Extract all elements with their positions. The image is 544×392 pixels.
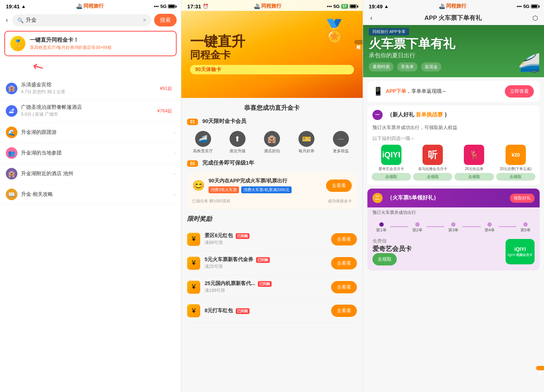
iqiyi-free-label: 免费领 <box>372 238 412 244</box>
progress-label-4: 第4单 <box>485 227 495 233</box>
gift-btn-ximalaya[interactable]: 去领取 <box>413 173 452 181</box>
progress-dot-2 <box>415 222 420 227</box>
section2-receive-button[interactable]: 领取好礼 <box>510 194 535 203</box>
promo-button[interactable]: 立即查看 <box>505 85 534 98</box>
search-input-wrap: 🔍 × <box>12 14 151 26</box>
task-tag-2: 消费火车票/机票满2000元 <box>241 186 292 193</box>
deer-logo: 🦌 <box>464 145 484 165</box>
reward-go-button-4[interactable]: 去看看 <box>331 305 357 317</box>
banner-tag-2: 享免单 <box>397 62 417 71</box>
list-item[interactable]: 🏨 升金湖附近的酒店 池州 › <box>0 164 181 184</box>
list-item[interactable]: 🌊 升金湖的跟团游 › <box>0 122 181 143</box>
train-illustration: 🚄 <box>518 53 540 74</box>
progress-step-1: 第1单 <box>372 222 391 233</box>
ximalaya-logo: 听 <box>423 145 443 165</box>
search-input[interactable] <box>26 17 141 23</box>
section2-header: 二 ｛火车票5单领好礼｝ 领取好礼 <box>367 189 540 207</box>
time-3: 19:49 <box>369 3 383 9</box>
my-prize-button[interactable]: 我的奖品 <box>536 366 544 370</box>
chevron-icon-3: › <box>174 129 176 135</box>
benefit-icon-upgrade: ⬆ <box>230 131 246 147</box>
list-item[interactable]: 📖 升金·相关攻略 › <box>0 184 181 205</box>
progress-dot-5 <box>523 222 528 227</box>
progress-dot-1 <box>379 222 384 227</box>
iqiyi-get-button[interactable]: 去领取 <box>372 253 397 265</box>
page-title: APP 火车票下单有礼 <box>378 14 528 22</box>
section-second-gift: 二 ｛火车票5单领好礼｝ 领取好礼 预订火车票并成功出行 第1单 第2单 第3单 <box>367 189 540 271</box>
search-submit-button[interactable]: 搜索 <box>154 14 177 26</box>
progress-line-2 <box>426 226 445 227</box>
reward-name-1: 景区6元红包 已到账 <box>205 232 326 239</box>
highlight-card[interactable]: 🥇 一键直升同程金卡！ 享高铁贵宾厅/每月好券/9折酒店等30+特权 <box>4 31 177 56</box>
task-status-2: 成功保级金卡 <box>328 198 352 204</box>
card-title: 一键直升同程金卡！ <box>30 37 171 44</box>
benefit-label-upgrade: 座次升级 <box>230 148 246 154</box>
gift-btn-deer[interactable]: 去领取 <box>454 173 494 181</box>
item-content-3: 升金湖的跟团游 <box>21 129 174 136</box>
progress-step-4: 第4单 <box>481 222 499 233</box>
back-button-3[interactable]: ‹ <box>369 14 374 22</box>
reward-info-3: 25元国内机票新客代... 已到账 满199可用 <box>205 280 326 294</box>
iqiyi-reward-card: 免费领 爱奇艺会员卡 去领取 iQIYI iQIYI 视频会员卡 <box>367 234 540 271</box>
hotel-icon-2: 🏕 <box>6 105 17 117</box>
gift-iqiyi: iQIYI 爱奇艺会员月卡 去领取 <box>372 145 411 181</box>
benefit-icon-more: ⋯ <box>333 131 349 147</box>
signal-bars-2: ▪▪▪ <box>327 4 332 9</box>
gift-ximalaya: 听 喜马拉雅会员月卡 去领取 <box>413 145 452 181</box>
second-gift-badge: 二 <box>372 193 383 203</box>
list-item[interactable]: 👥 升金湖的当地参团 › <box>0 143 181 164</box>
benefit-icon-hotel: 🏨 <box>264 131 280 147</box>
app-logo-2: 🚢 <box>254 3 260 9</box>
reward-item-4: ¥ 8元打车红包 已到账 去看看 <box>187 299 357 323</box>
gift-btn-cash[interactable]: 去领取 <box>496 173 535 181</box>
share-button[interactable]: ⬡ <box>532 14 538 22</box>
gift-btn-iqiyi[interactable]: 去领取 <box>372 173 411 181</box>
task-go-button[interactable]: 去看看 <box>326 180 352 192</box>
benefit-label-hotel: 酒店折扣 <box>264 148 280 154</box>
reward-name-4: 8元打车红包 已到账 <box>205 308 326 314</box>
status-left-3: 19:49 ▲ <box>369 3 389 9</box>
progress-step-3: 第3单 <box>444 222 462 233</box>
app-logo-1: 🚢 <box>76 3 82 9</box>
search-results-list: 🏨 乐清盛金宾馆 4.7分 距您约 36.1 公里 ¥91起 🏕 广德圣境泊崖野… <box>0 77 181 205</box>
progress-label-5: 第5单 <box>520 227 531 233</box>
section1-header: 一 ｛新人好礼 首单挑战赛 ｝ <box>367 106 540 123</box>
benefit-label-train: 高铁贵宾厅 <box>193 148 213 154</box>
reward-sub-3: 满199可用 <box>205 288 326 294</box>
hotel-icon-1: 🏨 <box>6 83 17 94</box>
reward-name-2: 5元火车票新客代金券 已到账 <box>205 256 326 263</box>
reward-go-button-2[interactable]: 去看看 <box>331 257 357 269</box>
progress-label-1: 第1单 <box>376 227 386 233</box>
activity-rules-button[interactable]: 活动规则 <box>354 40 363 44</box>
cash-logo: ¥20 <box>506 145 526 165</box>
banner-title2: 同程金卡 <box>190 48 354 62</box>
app-name-2: 🚢 同程旅行 <box>254 3 281 9</box>
time-1: 19:41 <box>6 3 20 9</box>
search-icon: 🔍 <box>17 17 24 23</box>
signal-type-1: 5G <box>160 4 166 9</box>
status-right-1: ▪▪▪ 5G <box>154 4 175 9</box>
reward-icon-2: ¥ <box>187 257 200 270</box>
reward-badge-1: 已到账 <box>236 233 250 239</box>
list-item[interactable]: 🏨 乐清盛金宾馆 4.7分 距您约 36.1 公里 ¥91起 <box>0 77 181 100</box>
alarm-icon-2: ⏰ <box>203 4 209 9</box>
item-title-2: 广德圣境泊崖野奢帐篷酒店 <box>21 104 157 111</box>
reward-item-2: ¥ 5元火车票新客代金券 已到账 满25可用 去看看 <box>187 251 357 275</box>
reward-go-button-3[interactable]: 去看看 <box>331 281 357 293</box>
banner-tags: 暑期特惠 享免单 返现金 <box>363 59 544 73</box>
clear-button[interactable]: × <box>143 17 146 24</box>
back-button[interactable]: ‹ <box>4 16 9 24</box>
reward-item-3: ¥ 25元国内机票新客代... 已到账 满199可用 去看看 <box>187 275 357 299</box>
gift-deer: 🦌 26元饮品券 去领取 <box>454 145 494 181</box>
iqiyi-text: iQIYI <box>514 246 526 252</box>
card-text: 一键直升同程金卡！ 享高铁贵宾厅/每月好券/9折酒店等30+特权 <box>30 37 171 51</box>
progress-label-3: 第3单 <box>448 227 458 233</box>
item-title-4: 升金湖的当地参团 <box>21 150 174 156</box>
item-sub-1: 4.7分 距您约 36.1 公里 <box>21 89 160 95</box>
list-item[interactable]: 🏕 广德圣境泊崖野奢帐篷酒店 5.0分 | 宣城 广德市 ¥764起 <box>0 100 181 122</box>
status-bar-1: 19:41 ▲ 🚢 同程旅行 ▪▪▪ 5G <box>0 0 181 11</box>
reward-go-button-1[interactable]: 去看看 <box>331 233 357 245</box>
promo-icon: 📱 <box>373 87 383 96</box>
section1-subtitle1: 预订火车票并成功出行，可领取新人权益 <box>367 124 540 134</box>
main-banner: 同程旅行 APP专享 火车票下单有礼 承包你的夏日出行 暑期特惠 享免单 返现金… <box>363 25 544 77</box>
